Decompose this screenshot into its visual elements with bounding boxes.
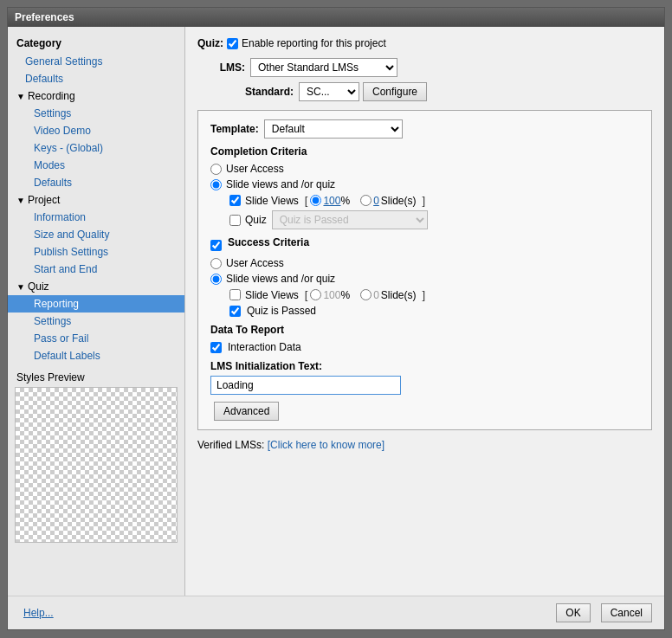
expand-icon: ▼ — [16, 196, 25, 205]
sidebar-item-start-end[interactable]: Start and End — [8, 261, 184, 278]
interaction-data-label: Interaction Data — [228, 341, 301, 353]
success-slide-views-checkbox[interactable] — [229, 289, 241, 300]
interaction-data-row: Interaction Data — [210, 341, 639, 353]
success-slide-views-detail-row: Slide Views [ 100 % 0 Slide(s) ] — [229, 288, 639, 301]
sidebar-item-label: Information — [34, 211, 86, 223]
success-quiz-passed-row: Quiz is Passed — [229, 305, 639, 317]
sidebar-header: Category — [8, 34, 184, 53]
sidebar-bottom: Styles Preview — [8, 364, 184, 543]
sidebar-item-rec-defaults[interactable]: Defaults — [8, 174, 184, 191]
completion-slide-views-radio[interactable] — [210, 179, 222, 190]
sidebar-item-label: Defaults — [25, 73, 63, 85]
completion-0-radio-wrap: 0 Slide(s) — [360, 195, 416, 207]
sidebar-group-project[interactable]: ▼ Project — [8, 191, 184, 209]
footer-buttons: OK Cancel — [552, 603, 652, 622]
percent-sign-1: % — [340, 195, 350, 207]
completion-100-radio[interactable] — [310, 195, 321, 206]
lms-label: LMS: — [197, 61, 245, 74]
sidebar-item-keys-global[interactable]: Keys - (Global) — [8, 139, 184, 157]
advanced-button[interactable]: Advanced — [214, 402, 279, 421]
success-user-access-row: User Access — [210, 257, 639, 269]
interaction-data-checkbox[interactable] — [210, 342, 222, 353]
completion-quiz-checkbox[interactable] — [229, 215, 241, 226]
completion-slide-views-checkbox[interactable] — [229, 195, 241, 206]
sidebar-item-label: Publish Settings — [34, 246, 108, 258]
title-bar: Preferences — [8, 8, 664, 27]
preferences-dialog: Preferences Category General Settings De… — [7, 7, 665, 630]
bracket-close-1: ] — [423, 194, 426, 207]
sidebar-item-label: Settings — [34, 315, 71, 327]
quiz-passes-select[interactable]: Quiz is Passed — [272, 210, 428, 229]
sidebar-item-modes[interactable]: Modes — [8, 157, 184, 174]
sidebar-item-label: Modes — [34, 159, 65, 171]
sidebar-item-quiz-settings[interactable]: Settings — [8, 313, 184, 330]
sidebar-item-label: Start and End — [34, 263, 97, 275]
slides-label-2: Slide(s) — [381, 289, 417, 301]
template-label: Template: — [210, 123, 259, 135]
cancel-button[interactable]: Cancel — [601, 603, 652, 622]
sidebar-group-recording[interactable]: ▼ Recording — [8, 87, 184, 105]
completion-slide-views-row: Slide views and /or quiz — [210, 178, 639, 190]
sidebar-item-publish-settings[interactable]: Publish Settings — [8, 243, 184, 261]
bracket-open-1: [ — [305, 194, 308, 207]
completion-0-radio[interactable] — [360, 195, 372, 206]
sidebar-item-label: Default Labels — [34, 350, 100, 362]
success-0-radio[interactable] — [360, 289, 372, 300]
slides-label-1: Slide(s) — [381, 195, 417, 207]
success-100-pct: 100 — [323, 289, 340, 301]
standard-row: Standard: SC... SCORM 1.2 SCORM 2004 Con… — [197, 82, 652, 101]
sidebar-item-label: Reporting — [34, 298, 79, 310]
success-slide-views-radio[interactable] — [210, 274, 222, 285]
verified-lms-text: Verified LMSs: — [197, 439, 264, 451]
sidebar-item-default-labels[interactable]: Default Labels — [8, 347, 184, 364]
content-area: Quiz: Enable reporting for this project … — [185, 27, 664, 596]
sidebar-item-defaults-top[interactable]: Defaults — [8, 70, 184, 87]
sidebar-item-general-settings[interactable]: General Settings — [8, 53, 184, 70]
lms-row: LMS: Other Standard LMSs SCORM 2004 SCOR… — [197, 58, 652, 77]
template-row: Template: Default Custom — [210, 119, 639, 139]
success-slide-views-row: Slide views and /or quiz — [210, 273, 639, 285]
help-button[interactable]: Help... — [23, 607, 54, 619]
expand-icon: ▼ — [16, 282, 25, 292]
quiz-enable-checkbox[interactable] — [227, 38, 238, 49]
ok-button[interactable]: OK — [556, 603, 590, 622]
expand-icon: ▼ — [16, 92, 25, 101]
sidebar-item-pass-fail[interactable]: Pass or Fail — [8, 330, 184, 347]
success-criteria-checkbox[interactable] — [210, 240, 222, 251]
completion-slide-views-text: Slide Views — [245, 195, 299, 207]
success-slide-views-label: Slide views and /or quiz — [226, 273, 335, 285]
percent-sign-2: % — [340, 289, 350, 301]
sidebar-group-quiz[interactable]: ▼ Quiz — [8, 278, 184, 295]
success-user-access-radio[interactable] — [210, 258, 222, 269]
success-100-radio[interactable] — [310, 289, 321, 300]
sidebar-item-rec-settings[interactable]: Settings — [8, 105, 184, 122]
completion-user-access-label: User Access — [226, 163, 284, 175]
success-100-radio-wrap: 100 % — [310, 289, 350, 301]
sidebar-item-video-demo[interactable]: Video Demo — [8, 122, 184, 139]
lms-select[interactable]: Other Standard LMSs SCORM 2004 SCORM 1.2… — [250, 58, 397, 77]
sidebar-item-size-quality[interactable]: Size and Quality — [8, 226, 184, 243]
configure-button[interactable]: Configure — [363, 82, 427, 101]
sidebar-item-label: General Settings — [25, 55, 102, 68]
success-criteria-title: Success Criteria — [228, 236, 309, 248]
completion-indent: Slide Views [ 100 % 0 Slide(s) ] — [229, 194, 639, 229]
completion-0-slides: 0 — [373, 195, 379, 207]
completion-user-access-row: User Access — [210, 163, 639, 175]
standard-select[interactable]: SC... SCORM 1.2 SCORM 2004 — [299, 82, 359, 101]
lms-init-text-label: LMS Initialization Text: — [210, 360, 639, 372]
sidebar-item-information[interactable]: Information — [8, 209, 184, 226]
lms-init-input[interactable] — [210, 376, 401, 395]
quiz-label: Quiz: — [197, 37, 223, 49]
reporting-panel: Template: Default Custom Completion Crit… — [197, 110, 652, 430]
sidebar-item-reporting[interactable]: Reporting — [8, 295, 184, 313]
success-quiz-passed-checkbox[interactable] — [229, 306, 241, 317]
sidebar-item-label: Defaults — [34, 177, 72, 189]
template-select[interactable]: Default Custom — [264, 119, 403, 139]
completion-100-radio-wrap: 100 % — [310, 195, 350, 207]
completion-user-access-radio[interactable] — [210, 164, 222, 175]
verified-lms-link[interactable]: [Click here to know more] — [268, 439, 384, 451]
success-user-access-label: User Access — [226, 257, 284, 269]
dialog-body: Category General Settings Defaults ▼ Rec… — [8, 27, 664, 596]
completion-slide-views-label: Slide views and /or quiz — [226, 178, 335, 190]
advanced-row: Advanced — [210, 402, 639, 421]
